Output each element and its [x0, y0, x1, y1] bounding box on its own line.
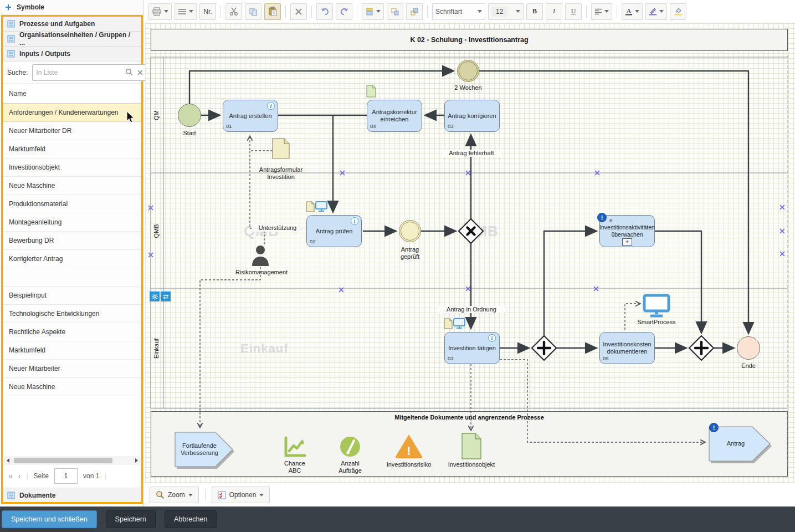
send-backward-button[interactable]: [406, 3, 423, 20]
diagram-canvas[interactable]: K 02 - Schulung - Investitionsantrag QMB…: [145, 23, 795, 483]
sidebar: Symbole Prozesse und Aufgaben Organisati…: [0, 0, 144, 507]
svg-text:A: A: [627, 7, 631, 14]
save-button[interactable]: Speichern: [106, 510, 156, 528]
smartprocess-monitor-icon[interactable]: [644, 295, 669, 316]
cut-button[interactable]: [225, 3, 242, 20]
search-row: Suche:: [3, 62, 141, 84]
list-item[interactable]: Neue Maschine: [3, 177, 141, 195]
chevron-down-icon: [164, 10, 168, 13]
alert-badge-icon[interactable]: !: [597, 213, 607, 222]
list-item[interactable]: Neuer Mitarbeiter: [3, 360, 141, 378]
clear-search-icon[interactable]: [137, 69, 143, 76]
scroll-left-icon[interactable]: [4, 457, 12, 464]
risikomanagement-label: Risikomanagement: [234, 269, 289, 276]
list-item[interactable]: Montageanleitung: [3, 213, 141, 232]
list-item[interactable]: Marktumfeld: [3, 140, 141, 158]
chevron-down-icon: [635, 10, 639, 13]
list-item[interactable]: Anforderungen / Kundenerwartungen: [3, 104, 141, 122]
list-item[interactable]: Investitionsobjekt: [3, 158, 141, 177]
lane-swap-button[interactable]: [161, 291, 171, 301]
font-color-button[interactable]: A: [622, 3, 643, 20]
font-family-select[interactable]: Schriftart: [432, 3, 485, 20]
list-item-spacer: [3, 268, 141, 287]
intermediate-event-geprueft[interactable]: [399, 220, 421, 242]
end-event[interactable]: [737, 336, 760, 360]
alert-badge-icon[interactable]: !: [709, 423, 719, 432]
seite-label: Seite: [34, 472, 49, 480]
end-event-label: Ende: [732, 362, 765, 370]
list-doc-icon: [7, 35, 15, 43]
search-input[interactable]: [36, 69, 122, 76]
monitor-icon: [454, 319, 465, 328]
bold-button[interactable]: B: [526, 3, 543, 20]
redo-icon: [340, 7, 349, 16]
list-doc-icon: [7, 492, 15, 499]
optionen-button[interactable]: Optionen: [212, 487, 270, 503]
info-icon[interactable]: i: [488, 334, 496, 342]
list-item[interactable]: Neuer Mitarbeiter DR: [3, 122, 141, 140]
nr-button[interactable]: Nr.: [199, 3, 216, 20]
diagram-title: K 02 - Schulung - Investitionsantrag: [151, 29, 788, 51]
save-and-close-button[interactable]: Speichern und schließen: [2, 510, 97, 528]
person-icon[interactable]: [252, 245, 269, 266]
toolbar-separator: [427, 6, 428, 18]
align-button[interactable]: [591, 3, 612, 20]
panel-inputs-outputs-label: Inputs / Outputs: [19, 50, 70, 58]
fill-color-button[interactable]: [670, 3, 686, 20]
print-button[interactable]: [148, 3, 172, 20]
bring-forward-button[interactable]: [387, 3, 403, 20]
subprocess-plus-icon[interactable]: +: [622, 238, 632, 245]
list-item[interactable]: Neue Maschine: [3, 378, 141, 396]
list-doc-icon: [7, 50, 15, 58]
prev-page-icon[interactable]: ‹: [18, 472, 21, 480]
font-size-select[interactable]: 12: [488, 3, 524, 20]
list-item[interactable]: Beispielinput: [3, 287, 141, 305]
scroll-right-icon[interactable]: [132, 457, 140, 464]
line-style-button[interactable]: [175, 3, 197, 20]
name-column-header[interactable]: Name: [3, 84, 141, 104]
panel-inputs-outputs[interactable]: Inputs / Outputs: [3, 47, 141, 62]
document-icon: [367, 85, 376, 97]
timer-event[interactable]: [457, 60, 479, 82]
gateway-parallel[interactable]: [532, 336, 556, 360]
list-item[interactable]: Produktionsmaterial: [3, 195, 141, 213]
smartprocess-label: SmartProcess: [634, 319, 679, 326]
page-number-input[interactable]: [54, 468, 78, 484]
underline-button[interactable]: U: [565, 3, 582, 20]
document-icon[interactable]: [273, 139, 289, 158]
lane-watermark-qmb: QMB: [463, 223, 499, 240]
band-item-anzahl-auftraege: Anzahl Aufträge: [332, 460, 368, 474]
paste-button[interactable]: [264, 3, 281, 20]
zoom-button[interactable]: Zoom: [150, 487, 199, 503]
fill-style-button[interactable]: [362, 3, 384, 20]
cancel-button[interactable]: Abbrechen: [165, 510, 217, 528]
bottom-action-bar: Speichern und schließen Speichern Abbrec…: [0, 507, 795, 532]
italic-button[interactable]: I: [546, 3, 562, 20]
panel-prozesse[interactable]: Prozesse und Aufgaben: [3, 17, 141, 32]
list-item[interactable]: Technologische Entwicklungen: [3, 305, 141, 323]
gateway-parallel[interactable]: [689, 336, 714, 360]
first-page-icon[interactable]: «: [8, 472, 13, 480]
info-icon[interactable]: i: [267, 102, 275, 110]
list-item[interactable]: Marktumfeld: [3, 341, 141, 360]
list-item[interactable]: Bewerbung DR: [3, 232, 141, 250]
redo-button[interactable]: [336, 3, 352, 20]
undo-button[interactable]: [316, 3, 333, 20]
task-number: 6: [609, 217, 612, 223]
list-item[interactable]: Rechtliche Aspekte: [3, 323, 141, 341]
start-event[interactable]: [178, 104, 201, 127]
panel-dokumente[interactable]: Dokumente: [3, 488, 141, 502]
list-item[interactable]: Korrigierter Antrag: [3, 250, 141, 268]
panel-organisationseinheiten[interactable]: Organisationseinheiten / Gruppen / ...: [3, 32, 141, 47]
scrollbar-thumb[interactable]: [14, 458, 112, 463]
line-color-button[interactable]: [645, 3, 667, 20]
lane-settings-button[interactable]: [150, 291, 160, 301]
horizontal-scrollbar[interactable]: [4, 456, 140, 465]
lane-label-qm: QM: [153, 99, 161, 132]
delete-button[interactable]: [290, 3, 307, 20]
main-area: Nr.: [145, 0, 795, 507]
search-icon[interactable]: [125, 68, 134, 76]
symbole-panel-header[interactable]: Symbole: [0, 0, 143, 14]
copy-button[interactable]: [245, 3, 261, 20]
info-icon[interactable]: i: [351, 217, 358, 225]
